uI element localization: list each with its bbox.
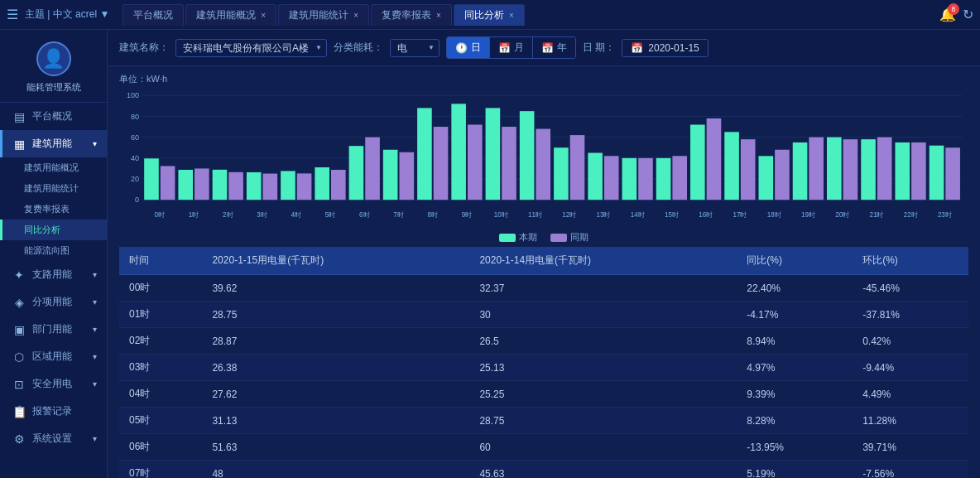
bar-prev-23 [945, 147, 960, 200]
tab-close-icon[interactable]: × [353, 11, 358, 20]
cal-icon-1: 📅 [498, 42, 511, 54]
table-cell-previous: 26.5 [469, 328, 737, 355]
notification-button[interactable]: 🔔 8 [939, 7, 956, 22]
sidebar-item-1[interactable]: ▦ 建筑用能 ▾ [0, 130, 107, 157]
table-cell-time: 03时 [119, 355, 202, 381]
table-cell-previous: 25.13 [469, 355, 737, 381]
topbar-brand: 主题 | 中文 acrel ▼ [25, 7, 109, 22]
chart-legend: 本期 同期 [119, 231, 968, 244]
sidebar-arrow-1: ▾ [93, 139, 97, 148]
bar-current-0 [144, 158, 159, 200]
topbar-tab-建筑用能概况[interactable]: 建筑用能概况× [185, 4, 276, 26]
svg-text:4时: 4时 [291, 211, 301, 219]
sidebar-submenu-1: 建筑用能概况建筑用能统计复费率报表同比分析能源流向图 [0, 157, 107, 261]
table-cell-mom: 11.28% [853, 408, 968, 434]
sidebar-icon-0: ▤ [12, 110, 26, 123]
bar-current-5 [315, 167, 329, 200]
table-cell-current: 39.62 [202, 275, 469, 302]
topbar-tab-建筑用能统计[interactable]: 建筑用能统计× [278, 4, 369, 26]
table-cell-current: 51.63 [202, 434, 469, 461]
sidebar-item-6[interactable]: ⊡ 安全用电 ▾ [0, 370, 107, 398]
sidebar-subitem-2[interactable]: 复费率报表 [0, 199, 107, 220]
sidebar-item-5[interactable]: ⬡ 区域用能 ▾ [0, 343, 107, 370]
svg-text:5时: 5时 [325, 211, 335, 219]
svg-text:16时: 16时 [699, 211, 713, 219]
bar-prev-2 [228, 172, 243, 200]
bar-prev-3 [263, 174, 278, 200]
sidebar-label-6: 安全用电 [32, 377, 72, 391]
sidebar-item-2[interactable]: ✦ 支路用能 ▾ [0, 261, 107, 288]
topbar-tab-平台概况[interactable]: 平台概况 [122, 4, 184, 26]
bar-prev-13 [604, 156, 619, 200]
table-cell-mom: -45.46% [853, 275, 968, 302]
bar-current-10 [486, 108, 501, 200]
sidebar-icon-8: ⚙ [12, 432, 26, 446]
table-cell-yoy: 4.97% [737, 355, 853, 381]
tab-close-icon[interactable]: × [509, 11, 514, 20]
sidebar-arrow-4: ▾ [93, 325, 97, 334]
sidebar-subitem-4[interactable]: 能源流向图 [0, 240, 107, 261]
bar-prev-22 [911, 142, 926, 200]
sidebar-subitem-3[interactable]: 同比分析 [0, 220, 107, 240]
sidebar-icon-7: 📋 [12, 405, 26, 418]
legend-color [550, 234, 567, 242]
menu-icon[interactable]: ☰ [7, 7, 18, 22]
table-cell-mom: 39.71% [853, 434, 968, 461]
table-header: 2020-1-15用电量(千瓦时) [202, 247, 469, 275]
bar-prev-0 [161, 166, 175, 200]
chart-container: 0204060801000时1时2时3时4时5时6时7时8时9时10时11时12… [119, 89, 968, 229]
chart-svg: 0204060801000时1时2时3时4时5时6时7时8时9时10时11时12… [119, 89, 968, 221]
table-header: 时间 [119, 247, 202, 275]
topbar-tab-同比分析[interactable]: 同比分析× [454, 4, 525, 26]
avatar: 👤 [36, 41, 71, 76]
building-select[interactable]: 安科瑞电气股份有限公司A楼 [175, 39, 327, 57]
topbar-tab-复费率报表[interactable]: 复费率报表× [371, 4, 452, 26]
time-btn-年[interactable]: 📅 年 [532, 37, 575, 58]
sidebar-arrow-3: ▾ [93, 297, 97, 307]
sidebar-arrow-8: ▾ [93, 434, 97, 443]
category-label: 分类能耗： [334, 41, 383, 55]
table-cell-time: 04时 [119, 381, 202, 408]
sidebar-item-7[interactable]: 📋 报警记录 [0, 398, 107, 425]
legend-label: 同期 [570, 231, 588, 244]
date-value: 2020-01-15 [648, 42, 699, 54]
sidebar-label-2: 支路用能 [32, 268, 72, 282]
table-cell-previous: 28.75 [469, 408, 737, 434]
date-picker[interactable]: 📅 2020-01-15 [622, 39, 708, 57]
legend-label: 本期 [519, 231, 537, 244]
svg-text:23时: 23时 [938, 211, 952, 219]
bar-prev-7 [399, 152, 414, 200]
category-select[interactable]: 电 [390, 39, 440, 57]
time-btn-日[interactable]: 🕐 日 [447, 37, 489, 58]
sidebar-icon-6: ⊡ [12, 378, 26, 391]
legend-item-同期: 同期 [550, 231, 588, 244]
notification-badge: 8 [948, 3, 959, 15]
category-select-wrap: 电 [390, 39, 440, 57]
bar-current-21 [861, 139, 876, 200]
time-btn-月[interactable]: 📅 月 [489, 37, 532, 58]
system-name: 能耗管理系统 [26, 81, 81, 94]
refresh-button[interactable]: ↻ [963, 7, 973, 22]
sidebar-subitem-1[interactable]: 建筑用能统计 [0, 178, 107, 199]
cal-icon-2: 📅 [541, 42, 554, 54]
table-cell-previous: 32.37 [469, 275, 737, 302]
sidebar-item-3[interactable]: ◈ 分项用能 ▾ [0, 288, 107, 316]
sidebar-subitem-0[interactable]: 建筑用能概况 [0, 157, 107, 178]
sidebar-item-4[interactable]: ▣ 部门用能 ▾ [0, 316, 107, 343]
table-cell-previous: 25.25 [469, 381, 737, 408]
bar-current-19 [793, 142, 808, 200]
sidebar-icon-2: ✦ [12, 268, 26, 282]
svg-text:7时: 7时 [393, 211, 403, 219]
building-select-wrap: 安科瑞电气股份有限公司A楼 [175, 39, 327, 57]
table-row: 06时51.6360-13.95%39.71% [119, 434, 968, 461]
bar-prev-17 [741, 139, 756, 200]
svg-text:20时: 20时 [835, 211, 849, 219]
tab-close-icon[interactable]: × [436, 11, 441, 20]
tab-close-icon[interactable]: × [261, 11, 266, 20]
sidebar-item-8[interactable]: ⚙ 系统设置 ▾ [0, 425, 107, 452]
topbar-tabs: 平台概况建筑用能概况×建筑用能统计×复费率报表×同比分析× [122, 4, 936, 26]
svg-text:21时: 21时 [869, 211, 883, 219]
sidebar-item-0[interactable]: ▤ 平台概况 [0, 103, 107, 130]
table-header: 环比(%) [853, 247, 968, 275]
table-cell-current: 48 [202, 461, 469, 479]
